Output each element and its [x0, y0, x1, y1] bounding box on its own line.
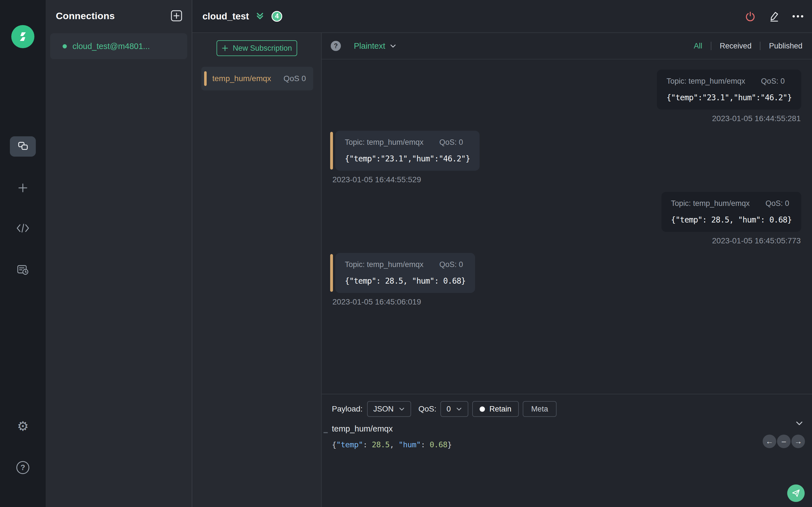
message-item: Topic: temp_hum/emqx QoS: 0 {"temp": 28.… [661, 192, 801, 245]
message-timestamp: 2023-01-05 16:44:55:529 [330, 175, 479, 184]
qos-dropdown[interactable]: 0 [441, 401, 468, 417]
payload-format-dropdown[interactable]: JSON [367, 401, 411, 417]
more-options-button[interactable] [792, 14, 804, 18]
collapse-connection-icon[interactable] [256, 12, 264, 20]
question-icon: ? [20, 463, 26, 472]
nav-log[interactable] [16, 264, 29, 276]
message-qos: QoS: 0 [765, 199, 789, 208]
subscriptions-panel: New Subscription temp_hum/emqx QoS 0 [192, 33, 322, 507]
subscription-item[interactable]: temp_hum/emqx QoS 0 [201, 67, 313, 91]
new-subscription-button[interactable]: New Subscription [216, 40, 297, 56]
message-accent-bar [330, 254, 333, 292]
payload-format-help-icon[interactable]: ? [331, 41, 341, 51]
unread-count-badge: 4 [271, 11, 282, 22]
message-payload: {"temp":"23.1","hum":"46.2"} [345, 154, 470, 163]
chevron-down-icon [399, 406, 405, 412]
nav-script[interactable] [16, 223, 30, 233]
message-topic: Topic: temp_hum/emqx [671, 199, 750, 208]
plus-icon [221, 45, 229, 52]
message-filters: All Received Published [686, 42, 804, 50]
filter-received[interactable]: Received [711, 42, 760, 50]
main-area: cloud_test 4 [192, 0, 812, 507]
qos-label: QoS: [418, 404, 437, 413]
paper-plane-icon [792, 489, 801, 498]
message-item: Topic: temp_hum/emqx QoS: 0 {"temp":"23.… [657, 69, 801, 123]
connection-status-dot [63, 44, 67, 48]
message-item: Topic: temp_hum/emqx QoS: 0 {"temp": 28.… [330, 253, 475, 306]
add-connection-button[interactable] [170, 10, 183, 22]
nav-settings[interactable]: ⚙ [17, 420, 29, 433]
power-icon [744, 10, 756, 22]
ellipsis-icon [792, 14, 804, 18]
message-payload: {"temp":"23.1","hum":"46.2"} [666, 93, 792, 102]
connection-name: cloud_test@m4801... [72, 42, 150, 51]
edit-connection-button[interactable] [768, 10, 780, 22]
nav-help[interactable]: ? [16, 461, 29, 474]
code-icon [16, 223, 30, 233]
pencil-icon [768, 10, 780, 22]
payload-label: Payload: [332, 404, 363, 413]
message-topic: Topic: temp_hum/emqx [345, 260, 423, 269]
messages-panel: ? Plaintext All Received Published [322, 33, 812, 507]
message-timestamp: 2023-01-05 16:45:06:019 [330, 297, 475, 306]
publish-panel: Payload: JSON QoS: 0 [322, 394, 812, 507]
history-clear-button[interactable]: – [777, 435, 791, 448]
send-button[interactable] [787, 485, 805, 502]
messages-toolbar: ? Plaintext All Received Published [322, 33, 812, 59]
disconnect-button[interactable] [744, 10, 756, 22]
message-timestamp: 2023-01-05 16:45:05:773 [661, 236, 801, 245]
message-bubble: Topic: temp_hum/emqx QoS: 0 {"temp":"23.… [657, 69, 801, 110]
filter-all[interactable]: All [686, 42, 711, 50]
editor-gutter-mark [323, 432, 328, 433]
subscription-topic: temp_hum/emqx [212, 74, 278, 83]
left-icon-rail: ⚙ ? [0, 0, 46, 507]
retain-toggle[interactable]: Retain [472, 401, 519, 417]
message-topic: Topic: temp_hum/emqx [345, 138, 423, 147]
message-bubble: Topic: temp_hum/emqx QoS: 0 {"temp":"23.… [335, 131, 479, 171]
plus-icon [17, 182, 29, 194]
publish-topic-input[interactable]: temp_hum/emqx [332, 424, 802, 434]
nav-connections[interactable] [10, 136, 36, 157]
history-nav: ← – → [763, 435, 805, 448]
message-timestamp: 2023-01-05 16:44:55:281 [657, 114, 801, 123]
subscription-qos: QoS 0 [284, 74, 306, 83]
message-item: Topic: temp_hum/emqx QoS: 0 {"temp":"23.… [330, 131, 479, 184]
message-bubble: Topic: temp_hum/emqx QoS: 0 {"temp": 28.… [335, 253, 475, 293]
log-icon [16, 264, 29, 276]
gear-icon: ⚙ [17, 419, 29, 434]
chevron-down-icon [390, 43, 396, 49]
chevron-down-icon [456, 406, 462, 412]
connection-item[interactable]: cloud_test@m4801... [50, 33, 187, 59]
message-payload: {"temp": 28.5, "hum": 0.68} [345, 276, 465, 286]
payload-format-select[interactable]: Plaintext [354, 41, 396, 51]
meta-button[interactable]: Meta [523, 401, 557, 417]
connection-title: cloud_test [202, 11, 249, 22]
nav-new-connection[interactable] [17, 182, 29, 194]
connections-panel: Connections cloud_test@m4801... [46, 0, 192, 507]
plus-square-icon [170, 10, 183, 22]
subscription-color-bar [204, 71, 207, 86]
history-next-button[interactable]: → [792, 435, 805, 448]
message-list: Topic: temp_hum/emqx QoS: 0 {"temp":"23.… [322, 59, 812, 394]
history-prev-button[interactable]: ← [763, 435, 776, 448]
collapse-publish-icon[interactable] [795, 419, 804, 428]
connections-title: Connections [56, 10, 115, 21]
connections-icon [17, 140, 29, 152]
message-bubble: Topic: temp_hum/emqx QoS: 0 {"temp": 28.… [661, 192, 801, 232]
message-payload: {"temp": 28.5, "hum": 0.68} [671, 215, 792, 224]
message-accent-bar [330, 132, 333, 170]
filter-published[interactable]: Published [760, 42, 804, 50]
mqttx-logo [11, 25, 35, 48]
mqttx-logo-mark [16, 30, 29, 43]
publish-payload-editor[interactable]: {"temp": 28.5, "hum": 0.68} [332, 440, 802, 449]
message-topic: Topic: temp_hum/emqx [666, 77, 745, 86]
retain-dot-icon [479, 406, 485, 412]
connection-topbar: cloud_test 4 [192, 0, 812, 33]
message-qos: QoS: 0 [439, 138, 463, 147]
message-qos: QoS: 0 [761, 77, 784, 86]
message-qos: QoS: 0 [439, 260, 463, 269]
